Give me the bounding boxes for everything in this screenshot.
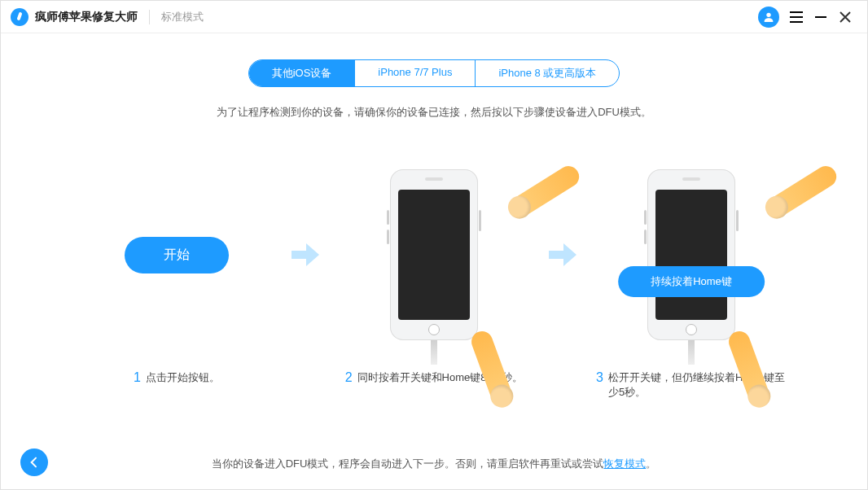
footer: 当你的设备进入DFU模式，程序会自动进入下一步。否则，请重启软件再重试或尝试恢复…: [1, 457, 867, 471]
step-3: 持续按着Home键 3 松开开关键，但仍继续按着Home键至少5秒。: [590, 149, 793, 403]
title-bar: 疯师傅苹果修复大师 标准模式: [1, 1, 867, 33]
recovery-mode-link[interactable]: 恢复模式: [603, 457, 646, 470]
svg-point-0: [766, 12, 770, 16]
svg-rect-5: [292, 251, 306, 259]
arrow-icon: [287, 149, 324, 361]
svg-rect-4: [815, 16, 826, 18]
svg-rect-6: [549, 251, 563, 259]
mode-label: 标准模式: [161, 10, 204, 24]
divider: [149, 10, 150, 24]
hold-home-label: 持续按着Home键: [618, 266, 765, 297]
finger-power-icon: [767, 162, 840, 219]
step-number: 1: [134, 370, 141, 385]
main-content: 其他iOS设备 iPhone 7/7 Plus iPhone 8 或更高版本 为…: [1, 33, 867, 403]
svg-rect-3: [790, 21, 803, 23]
back-button[interactable]: [20, 448, 48, 476]
footer-text-after: 。: [646, 457, 656, 470]
steps-row: 开始 1 点击开始按钮。: [66, 149, 802, 403]
tab-other-ios[interactable]: 其他iOS设备: [249, 60, 355, 86]
step-number: 2: [345, 370, 353, 385]
step-description: 点击开始按钮。: [146, 370, 220, 385]
phone-illustration: [390, 169, 478, 340]
app-title: 疯师傅苹果修复大师: [35, 10, 138, 24]
tab-iphone8plus[interactable]: iPhone 8 或更高版本: [475, 60, 619, 86]
phone-illustration: [647, 169, 735, 340]
app-logo: [11, 8, 28, 26]
step-number: 3: [596, 370, 603, 385]
tab-iphone7[interactable]: iPhone 7/7 Plus: [354, 60, 475, 86]
step-2: 2 同时按着开关键和Home键8-10秒。: [332, 149, 536, 403]
footer-text: 当你的设备进入DFU模式，程序会自动进入下一步。否则，请重启软件再重试或尝试: [212, 457, 604, 470]
svg-rect-2: [790, 16, 803, 18]
instruction-text: 为了让程序检测到你的设备，请确保你的设备已连接，然后按以下步骤使设备进入DFU模…: [66, 105, 802, 120]
user-icon[interactable]: [758, 7, 779, 28]
step-1: 开始 1 点击开始按钮。: [75, 149, 278, 403]
start-button[interactable]: 开始: [125, 237, 229, 273]
device-tabs: 其他iOS设备 iPhone 7/7 Plus iPhone 8 或更高版本: [248, 59, 620, 87]
svg-rect-1: [790, 11, 803, 13]
minimize-icon[interactable]: [809, 5, 833, 29]
close-icon[interactable]: [833, 5, 857, 29]
menu-icon[interactable]: [784, 5, 809, 29]
